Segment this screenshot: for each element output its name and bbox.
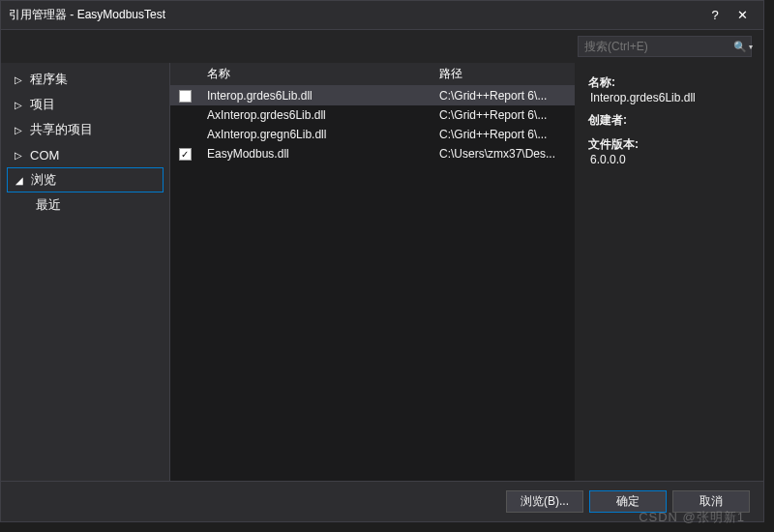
list-row[interactable]: Interop.grdes6Lib.dll C:\Grid++Report 6\… bbox=[170, 86, 575, 105]
chevron-down-icon: ◢ bbox=[15, 175, 25, 186]
chevron-right-icon: ▷ bbox=[15, 125, 24, 135]
reference-list: 名称 路径 Interop.grdes6Lib.dll C:\Grid++Rep… bbox=[170, 63, 575, 481]
list-row[interactable]: AxInterop.grdes6Lib.dll C:\Grid++Report … bbox=[170, 105, 575, 125]
sidebar-item-assemblies[interactable]: ▷程序集 bbox=[1, 67, 169, 92]
sidebar-item-shared-projects[interactable]: ▷共享的项目 bbox=[1, 117, 169, 142]
sidebar-item-com[interactable]: ▷COM bbox=[1, 142, 169, 167]
detail-version-label: 文件版本: bbox=[588, 136, 750, 153]
row-checkbox-cell: ✓ bbox=[170, 148, 199, 161]
sidebar-item-label: 程序集 bbox=[30, 71, 68, 88]
list-header: 名称 路径 bbox=[170, 63, 575, 86]
browse-button[interactable]: 浏览(B)... bbox=[506, 490, 583, 513]
details-panel: 名称: Interop.grdes6Lib.dll 创建者: 文件版本: 6.0… bbox=[575, 63, 763, 481]
list-row[interactable]: AxInterop.gregn6Lib.dll C:\Grid++Report … bbox=[170, 125, 575, 144]
detail-name-label: 名称: bbox=[588, 74, 750, 91]
ok-button[interactable]: 确定 bbox=[589, 490, 667, 513]
sidebar-item-label: 最近 bbox=[36, 196, 61, 214]
close-button[interactable]: ✕ bbox=[729, 5, 756, 26]
search-box[interactable]: 🔍 ▾ bbox=[578, 36, 752, 57]
cancel-button[interactable]: 取消 bbox=[672, 490, 750, 513]
detail-name-value: Interop.grdes6Lib.dll bbox=[588, 91, 750, 104]
col-path-header[interactable]: 路径 bbox=[439, 66, 575, 82]
list-row[interactable]: ✓ EasyModbus.dll C:\Users\zmx37\Des... bbox=[170, 144, 575, 163]
detail-version-value: 6.0.0.0 bbox=[588, 153, 750, 166]
search-dropdown-icon[interactable]: ▾ bbox=[749, 43, 753, 51]
chevron-right-icon: ▷ bbox=[15, 74, 24, 85]
row-name: EasyModbus.dll bbox=[199, 147, 439, 161]
row-name: Interop.grdes6Lib.dll bbox=[199, 89, 439, 103]
search-icon[interactable]: 🔍 bbox=[733, 41, 747, 53]
search-input[interactable] bbox=[584, 40, 729, 53]
col-name-header[interactable]: 名称 bbox=[199, 66, 439, 82]
footer: 浏览(B)... 确定 取消 bbox=[1, 481, 763, 521]
reference-manager-dialog: 引用管理器 - EasyModbusTest ? ✕ 🔍 ▾ ▷程序集 ▷项目 … bbox=[0, 0, 764, 522]
checkbox[interactable] bbox=[179, 90, 192, 103]
sidebar: ▷程序集 ▷项目 ▷共享的项目 ▷COM ◢浏览 最近 bbox=[1, 63, 170, 481]
window-title: 引用管理器 - EasyModbusTest bbox=[9, 7, 701, 23]
content: 名称 路径 Interop.grdes6Lib.dll C:\Grid++Rep… bbox=[170, 63, 763, 481]
checkbox-checked[interactable]: ✓ bbox=[179, 148, 192, 161]
row-path: C:\Users\zmx37\Des... bbox=[439, 147, 575, 161]
titlebar: 引用管理器 - EasyModbusTest ? ✕ bbox=[1, 1, 763, 30]
sidebar-item-label: 浏览 bbox=[31, 171, 56, 189]
row-path: C:\Grid++Report 6\... bbox=[439, 108, 575, 122]
help-button[interactable]: ? bbox=[701, 5, 729, 26]
search-row: 🔍 ▾ bbox=[1, 30, 763, 63]
sidebar-item-label: COM bbox=[30, 148, 59, 163]
chevron-right-icon: ▷ bbox=[15, 100, 24, 110]
chevron-right-icon: ▷ bbox=[15, 150, 24, 161]
sidebar-item-browse[interactable]: ◢浏览 bbox=[7, 167, 164, 192]
row-path: C:\Grid++Report 6\... bbox=[439, 89, 575, 103]
sidebar-item-recent[interactable]: 最近 bbox=[1, 192, 169, 218]
sidebar-item-projects[interactable]: ▷项目 bbox=[1, 92, 169, 117]
main-area: ▷程序集 ▷项目 ▷共享的项目 ▷COM ◢浏览 最近 名称 路径 Intero… bbox=[1, 63, 763, 481]
sidebar-item-label: 共享的项目 bbox=[30, 121, 93, 138]
row-checkbox-cell bbox=[170, 90, 199, 103]
row-name: AxInterop.grdes6Lib.dll bbox=[199, 108, 439, 122]
sidebar-item-label: 项目 bbox=[30, 96, 55, 113]
row-name: AxInterop.gregn6Lib.dll bbox=[199, 128, 439, 141]
row-path: C:\Grid++Report 6\... bbox=[439, 128, 575, 141]
detail-creator-label: 创建者: bbox=[588, 112, 750, 129]
